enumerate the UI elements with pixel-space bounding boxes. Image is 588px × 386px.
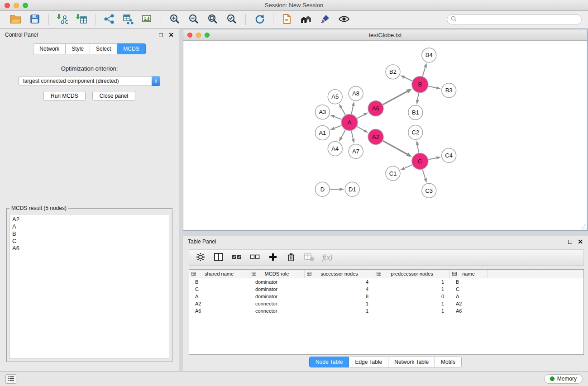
save-session-button[interactable] bbox=[28, 13, 42, 26]
network-node-B4[interactable]: B4 bbox=[422, 48, 436, 62]
network-node-C[interactable]: C bbox=[412, 153, 428, 169]
column-header-MCDS-role[interactable]: MCDS role bbox=[249, 270, 305, 278]
tab-network-table[interactable]: Network Table bbox=[388, 357, 435, 367]
table-row[interactable]: Cdominator41C bbox=[189, 286, 583, 293]
network-node-A7[interactable]: A7 bbox=[349, 144, 363, 158]
column-header-shared-name[interactable]: shared name bbox=[189, 270, 249, 278]
tab-node-table[interactable]: Node Table bbox=[309, 357, 349, 367]
memory-button[interactable]: Memory bbox=[544, 374, 583, 384]
open-session-file-button[interactable] bbox=[280, 13, 294, 26]
apply-style-button[interactable] bbox=[318, 13, 332, 26]
function-builder-button[interactable]: f(x) bbox=[320, 251, 334, 264]
float-panel-icon[interactable] bbox=[159, 33, 163, 37]
mcds-result-item[interactable]: A bbox=[12, 223, 167, 230]
deselect-all-button[interactable] bbox=[248, 251, 262, 264]
table-row[interactable]: A6connector11A6 bbox=[189, 307, 583, 315]
network-edge-B-B4[interactable] bbox=[422, 63, 427, 76]
network-node-A1[interactable]: A1 bbox=[315, 126, 330, 140]
network-edge-A-A8[interactable] bbox=[351, 101, 354, 114]
minimize-network-window-button[interactable] bbox=[196, 33, 201, 38]
network-node-A4[interactable]: A4 bbox=[328, 141, 342, 156]
mcds-result-item[interactable]: A2 bbox=[12, 216, 167, 223]
network-edge-A-A3[interactable] bbox=[330, 115, 341, 119]
tab-edge-table[interactable]: Edge Table bbox=[349, 357, 388, 367]
new-network-from-table-button[interactable] bbox=[121, 13, 135, 26]
network-node-A5[interactable]: A5 bbox=[328, 90, 342, 104]
search-box[interactable] bbox=[447, 14, 582, 24]
column-header-predecessor-nodes[interactable]: predecessor nodes bbox=[374, 270, 450, 278]
close-panel-button[interactable]: Close panel bbox=[92, 91, 135, 101]
network-edge-A-A4[interactable] bbox=[339, 130, 345, 142]
add-column-button[interactable] bbox=[266, 251, 280, 264]
network-edge-A-A7[interactable] bbox=[351, 131, 354, 143]
network-node-B3[interactable]: B3 bbox=[442, 83, 456, 98]
network-node-A8[interactable]: A8 bbox=[349, 86, 363, 101]
network-node-B[interactable]: B bbox=[412, 76, 428, 93]
close-window-button[interactable] bbox=[5, 3, 10, 8]
float-table-panel-icon[interactable] bbox=[568, 240, 572, 244]
network-node-C2[interactable]: C2 bbox=[408, 125, 423, 140]
network-node-C4[interactable]: C4 bbox=[442, 148, 456, 162]
network-edge-A-A6[interactable] bbox=[357, 113, 368, 119]
mcds-result-item[interactable]: C bbox=[12, 238, 167, 245]
network-node-C1[interactable]: C1 bbox=[386, 166, 400, 181]
column-header-name[interactable]: name bbox=[450, 270, 488, 278]
tab-motifs[interactable]: Motifs bbox=[435, 357, 462, 367]
table-row[interactable]: Adominator80A bbox=[189, 293, 583, 300]
network-node-C3[interactable]: C3 bbox=[422, 183, 436, 198]
close-panel-icon[interactable]: ✕ bbox=[168, 32, 174, 38]
network-edge-B-B1[interactable] bbox=[416, 93, 419, 104]
zoom-window-button[interactable] bbox=[23, 3, 28, 8]
zoom-out-button[interactable] bbox=[186, 13, 201, 26]
network-edge-C-C2[interactable] bbox=[416, 140, 419, 152]
network-node-B2[interactable]: B2 bbox=[386, 65, 400, 79]
mcds-result-item[interactable]: A6 bbox=[12, 245, 167, 252]
table-row[interactable]: A2connector11A2 bbox=[189, 300, 583, 307]
delete-table-button[interactable] bbox=[302, 251, 316, 264]
resize-grip[interactable] bbox=[581, 224, 587, 230]
network-canvas[interactable]: B4B2BB3A5A8A6B1A3AC2A1A2A4A7C4CC1C3DD1 bbox=[183, 41, 587, 230]
network-node-A2[interactable]: A2 bbox=[368, 129, 383, 145]
column-header-successor-nodes[interactable]: successor nodes bbox=[305, 270, 374, 278]
zoom-selected-button[interactable] bbox=[225, 13, 239, 26]
network-edge-B-B3[interactable] bbox=[428, 86, 441, 90]
network-node-D[interactable]: D bbox=[315, 182, 330, 196]
network-edge-A-A5[interactable] bbox=[339, 104, 345, 115]
network-edge-D-D1[interactable] bbox=[330, 188, 344, 191]
tab-select[interactable]: Select bbox=[90, 43, 117, 54]
network-node-A3[interactable]: A3 bbox=[315, 105, 330, 119]
network-edge-A2-C[interactable] bbox=[383, 141, 412, 157]
network-node-D1[interactable]: D1 bbox=[345, 182, 359, 196]
network-edge-A-A1[interactable] bbox=[330, 125, 341, 130]
network-node-B1[interactable]: B1 bbox=[408, 105, 423, 120]
delete-columns-button[interactable] bbox=[284, 251, 298, 264]
first-neighbors-button[interactable] bbox=[299, 13, 313, 26]
open-session-button[interactable] bbox=[9, 13, 23, 26]
zoom-fit-button[interactable] bbox=[206, 13, 220, 26]
network-node-A[interactable]: A bbox=[341, 114, 358, 131]
new-network-button[interactable] bbox=[102, 13, 116, 26]
status-menu-button[interactable] bbox=[5, 374, 16, 384]
optimization-criterion-dropdown[interactable]: largest connected component (directed) ▲… bbox=[19, 76, 160, 86]
run-mcds-button[interactable]: Run MCDS bbox=[43, 91, 86, 101]
export-image-button[interactable] bbox=[140, 13, 154, 26]
import-network-button[interactable] bbox=[55, 13, 70, 26]
table-settings-button[interactable] bbox=[194, 251, 207, 264]
show-hide-details-button[interactable] bbox=[337, 13, 351, 26]
select-all-button[interactable] bbox=[230, 251, 244, 264]
minimize-window-button[interactable] bbox=[14, 3, 19, 8]
close-network-window-button[interactable] bbox=[187, 33, 192, 38]
network-edge-C-C3[interactable] bbox=[422, 169, 427, 183]
zoom-network-window-button[interactable] bbox=[205, 33, 210, 38]
import-table-button[interactable] bbox=[74, 13, 89, 26]
refresh-view-button[interactable] bbox=[252, 13, 267, 26]
network-edge-A6-B[interactable] bbox=[383, 89, 412, 105]
tab-style[interactable]: Style bbox=[66, 43, 90, 54]
show-columns-button[interactable] bbox=[212, 251, 225, 264]
search-input[interactable] bbox=[459, 16, 578, 23]
network-node-A6[interactable]: A6 bbox=[368, 101, 383, 116]
zoom-in-button[interactable] bbox=[167, 13, 182, 26]
network-edge-B-B2[interactable] bbox=[400, 75, 412, 81]
tab-mcds[interactable]: MCDS bbox=[117, 43, 145, 54]
close-table-panel-icon[interactable]: ✕ bbox=[578, 238, 583, 245]
